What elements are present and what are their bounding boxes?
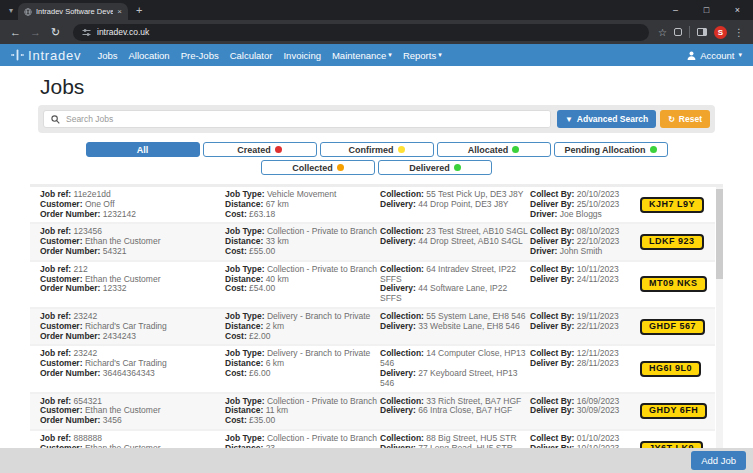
addresses-column: Collection: 55 Test Pick Up, DE3 J8Y Del… [380, 190, 530, 219]
browser-tab[interactable]: Intradev Software Developmen × [18, 3, 128, 20]
maximize-icon[interactable]: □ [691, 0, 722, 20]
dates-column: Collect By: 19/11/2023 Deliver By: 22/11… [530, 312, 640, 341]
jobs-list: Job ref: 11e2e1dd Customer: One Off Orde… [30, 184, 723, 473]
filter-delivered[interactable]: Delivered [378, 160, 492, 175]
url-bar[interactable]: intradev.co.uk [73, 24, 649, 41]
filter-allocated[interactable]: Allocated [437, 142, 551, 157]
nav-link-maintenance[interactable]: Maintenance▾ [332, 50, 392, 61]
filter-confirmed[interactable]: Confirmed [320, 142, 434, 157]
status-dot [454, 164, 461, 171]
tab-search-icon[interactable]: ▾ [4, 6, 18, 15]
filter-all[interactable]: All [86, 142, 200, 157]
back-icon[interactable]: ← [7, 26, 24, 38]
status-dot [337, 164, 344, 171]
job-row[interactable]: Job ref: 11e2e1dd Customer: One Off Orde… [30, 187, 715, 224]
nav-link-invoicing[interactable]: Invoicing [283, 50, 321, 61]
job-row[interactable]: Job ref: 654321 Customer: Ethan the Cust… [30, 394, 715, 431]
filter-icon: ▼ [565, 115, 573, 124]
chevron-down-icon: ▾ [388, 51, 392, 59]
footer-bar: Add Job [0, 448, 753, 473]
minimize-icon[interactable]: – [660, 0, 691, 20]
number-plate-badge: LDKF 923 [640, 234, 704, 250]
addresses-column: Collection: 14 Computer Close, HP13 546 … [380, 349, 530, 388]
number-plate-badge: MT09 NKS [640, 276, 707, 292]
filter-row-1: All Created Confirmed Allocated Pending … [86, 142, 668, 157]
reset-arrow-icon: ↻ [668, 115, 675, 124]
browser-toolbar: ← → ↻ intradev.co.uk ☆ S ⋮ [0, 20, 753, 44]
dates-column: Collect By: 20/10/2023 Deliver By: 25/10… [530, 190, 640, 219]
number-plate-badge: GHDF 567 [640, 319, 705, 335]
status-dot [650, 146, 657, 153]
kebab-menu-icon[interactable]: ⋮ [734, 27, 744, 38]
toolbar-divider [689, 26, 690, 38]
nav-link-allocation[interactable]: Allocation [128, 50, 169, 61]
window-controls: – □ × [660, 0, 753, 20]
dates-column: Collect By: 08/10/2023 Deliver By: 22/10… [530, 227, 640, 256]
page-title: Jobs [40, 75, 753, 99]
nav-link-pre-jobs[interactable]: Pre-Jobs [181, 50, 219, 61]
close-icon[interactable]: × [722, 0, 753, 20]
job-type-column: Job Type: Delivery - Branch to Private D… [225, 349, 380, 388]
filter-row-2: Collected Delivered [261, 160, 492, 175]
scrollbar[interactable]: ▾ [716, 187, 723, 473]
job-row[interactable]: Job ref: 23242 Customer: Richard's Car T… [30, 309, 715, 346]
app-navbar: Intradev Jobs Allocation Pre-Jobs Calcul… [0, 44, 753, 66]
addresses-column: Collection: 64 Intradev Street, IP22 SFF… [380, 265, 530, 304]
filter-collected[interactable]: Collected [261, 160, 375, 175]
profile-avatar[interactable]: S [714, 26, 727, 39]
new-tab-icon[interactable]: + [136, 4, 142, 16]
filter-created[interactable]: Created [203, 142, 317, 157]
bookmark-star-icon[interactable]: ☆ [658, 27, 667, 38]
nav-link-reports[interactable]: Reports▾ [403, 50, 442, 61]
job-id-column: Job ref: 11e2e1dd Customer: One Off Orde… [40, 190, 225, 219]
nav-link-jobs[interactable]: Jobs [97, 50, 117, 61]
job-type-column: Job Type: Collection - Private to Branch… [225, 265, 380, 304]
job-id-column: Job ref: 23242 Customer: Richard's Car T… [40, 349, 225, 388]
dates-column: Collect By: 16/09/2023 Deliver By: 30/09… [530, 397, 640, 426]
filter-pending-allocation[interactable]: Pending Allocation [554, 142, 668, 157]
chevron-down-icon: ▾ [738, 51, 742, 59]
add-job-button[interactable]: Add Job [691, 451, 746, 470]
job-type-column: Job Type: Delivery - Branch to Private D… [225, 312, 380, 341]
job-id-column: Job ref: 23242 Customer: Richard's Car T… [40, 312, 225, 341]
job-row[interactable]: Job ref: 212 Customer: Ethan the Custome… [30, 262, 715, 309]
addresses-column: Collection: 33 Rich Street, BA7 HGF Deli… [380, 397, 530, 426]
url-text: intradev.co.uk [97, 27, 149, 37]
job-id-column: Job ref: 654321 Customer: Ethan the Cust… [40, 397, 225, 426]
status-filters: All Created Confirmed Allocated Pending … [0, 142, 753, 175]
brand[interactable]: Intradev [11, 48, 81, 63]
status-dot [398, 146, 405, 153]
search-bar: ▼ Advanced Search ↻ Reset [38, 105, 715, 133]
brand-name: Intradev [28, 48, 81, 63]
forward-icon[interactable]: → [27, 26, 44, 38]
dates-column: Collect By: 12/11/2023 Deliver By: 28/11… [530, 349, 640, 388]
toolbar-right: ☆ S ⋮ [658, 26, 746, 39]
reload-icon[interactable]: ↻ [47, 26, 64, 39]
person-icon [687, 51, 696, 60]
job-row[interactable]: Job ref: 23242 Customer: Richard's Car T… [30, 346, 715, 393]
advanced-search-button[interactable]: ▼ Advanced Search [557, 110, 656, 128]
addresses-column: Collection: 55 System Lane, EH8 546 Deli… [380, 312, 530, 341]
reset-button[interactable]: ↻ Reset [660, 110, 710, 128]
intradev-logo-icon [11, 49, 24, 61]
scrollbar-thumb[interactable] [716, 189, 723, 279]
job-row[interactable]: Job ref: 123456 Customer: Ethan the Cust… [30, 224, 715, 261]
driver-line: Driver: John Smith [530, 247, 640, 257]
browser-tab-strip: ▾ Intradev Software Developmen × + – □ × [0, 0, 753, 20]
globe-favicon-icon [24, 8, 32, 16]
job-type-column: Job Type: Collection - Private to Branch… [225, 397, 380, 426]
tab-close-icon[interactable]: × [117, 7, 122, 16]
extensions-icon[interactable] [674, 28, 682, 36]
account-label: Account [700, 50, 734, 61]
addresses-column: Collection: 23 Test Street, AB10 S4GL De… [380, 227, 530, 256]
search-input[interactable] [66, 111, 550, 127]
search-input-group [43, 110, 551, 128]
status-dot [275, 146, 282, 153]
job-id-column: Job ref: 212 Customer: Ethan the Custome… [40, 265, 225, 304]
site-info-icon[interactable] [82, 28, 91, 37]
nav-link-calculator[interactable]: Calculator [230, 50, 273, 61]
number-plate-badge: KJH7 L9Y [640, 197, 704, 213]
side-panel-icon[interactable] [697, 28, 707, 36]
job-type-column: Job Type: Collection - Private to Branch… [225, 227, 380, 256]
account-menu[interactable]: Account ▾ [687, 50, 742, 61]
